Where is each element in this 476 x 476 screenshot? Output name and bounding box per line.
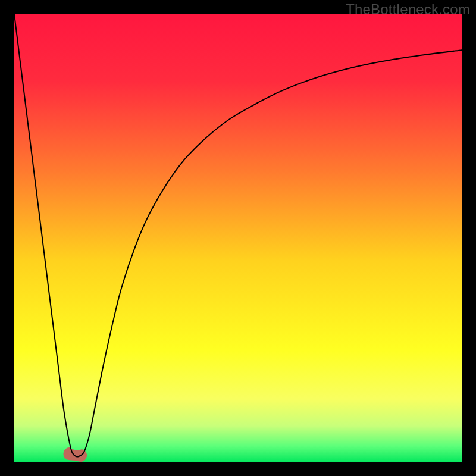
gradient-background xyxy=(14,14,462,462)
plot-area xyxy=(14,14,462,462)
chart-frame: TheBottleneck.com xyxy=(0,0,476,476)
bottleneck-chart xyxy=(14,14,462,462)
